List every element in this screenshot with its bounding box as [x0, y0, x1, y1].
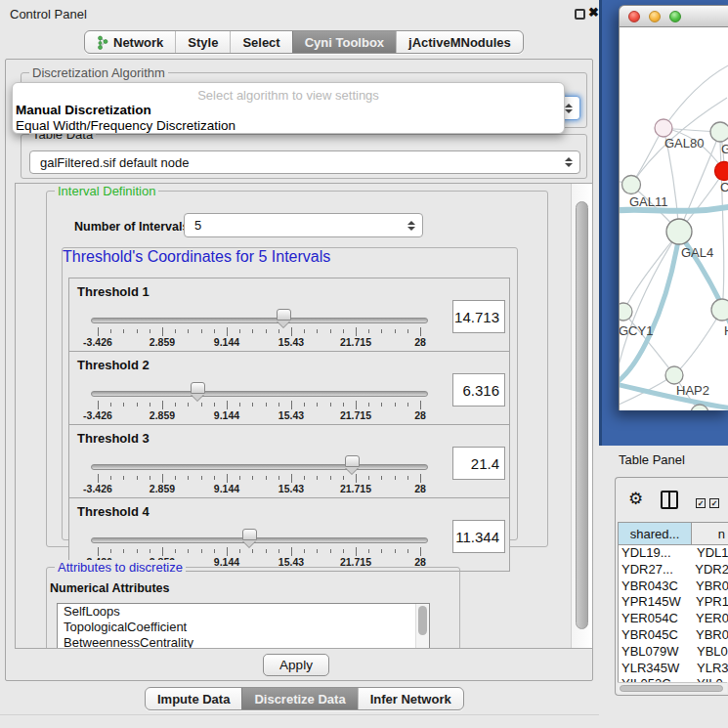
algorithm-placeholder: Select algorithm to view settings — [13, 88, 564, 103]
column-header-shared[interactable]: shared... — [618, 522, 692, 545]
cell-name: YBL0 — [693, 644, 728, 661]
checkbox-icon[interactable]: ✓ — [709, 498, 719, 508]
attribute-item[interactable]: TopologicalCoefficient — [58, 620, 429, 635]
network-node[interactable] — [619, 303, 632, 321]
network-canvas[interactable]: GAL80GACGAL11GAL4GCY1HHAP2 — [619, 27, 728, 410]
tab-impute-data[interactable]: Impute Data — [146, 688, 241, 709]
algorithm-option[interactable]: Manual Discretization — [13, 103, 564, 118]
interval-group-label: Interval Definition — [55, 184, 158, 198]
table-row[interactable]: YPR145WYPR1 — [619, 594, 728, 611]
network-node[interactable] — [711, 299, 728, 321]
attribute-item[interactable]: BetweennessCentrality — [58, 635, 429, 649]
network-node[interactable] — [715, 162, 728, 181]
cell-shared-name: YLR345W — [619, 661, 693, 677]
cell-name: YER0 — [692, 611, 728, 627]
slider-track[interactable] — [91, 318, 428, 323]
combo-arrows-icon — [565, 157, 573, 167]
network-edge — [664, 64, 728, 128]
cell-shared-name: YDR27... — [619, 562, 691, 578]
tab-network[interactable]: Network — [85, 31, 175, 53]
control-panel-titlebar: Control Panel ✖ — [0, 0, 599, 27]
gear-icon[interactable]: ⚙ — [628, 489, 643, 508]
threshold-row: Threshold 1-3.4262.8599.14415.4321.71528 — [68, 278, 510, 352]
tab-style[interactable]: Style — [175, 31, 230, 53]
numerical-attributes-list[interactable]: SelfLoopsTopologicalCoefficientBetweenne… — [57, 603, 430, 649]
table-panel-titlebar: Table Panel — [599, 446, 728, 475]
float-window-icon[interactable] — [575, 9, 585, 20]
vertical-scrollbar[interactable] — [571, 184, 592, 648]
discretization-group-label: Discretization Algorithm — [29, 65, 168, 80]
slider-track[interactable] — [91, 537, 428, 543]
threshold-value-input[interactable] — [452, 447, 505, 480]
number-of-intervals-value: 5 — [185, 218, 422, 233]
checkbox-icon[interactable]: ✓ — [696, 498, 706, 508]
table-row[interactable]: YDL19...YDL1 — [619, 545, 728, 562]
attributes-group-label: Attributes to discretize — [55, 560, 186, 575]
vertical-scrollbar-thumb[interactable] — [576, 201, 588, 629]
table-row[interactable]: YBR045CYBR0 — [619, 627, 728, 644]
threshold-value-input[interactable] — [452, 520, 505, 553]
list-scrollbar[interactable] — [415, 604, 429, 649]
slider-thumb[interactable] — [242, 529, 257, 540]
control-panel: Control Panel ✖ NetworkStyleSelectCyni T… — [0, 0, 599, 728]
tab-jactivemnodules[interactable]: jActiveMNodules — [396, 31, 523, 53]
threshold-value-input[interactable] — [452, 300, 505, 333]
network-node[interactable] — [666, 219, 692, 244]
zoom-traffic-light-icon[interactable] — [669, 11, 681, 22]
tab-label: Infer Network — [370, 692, 451, 707]
panel-title: Control Panel — [10, 7, 87, 21]
tab-select[interactable]: Select — [230, 31, 291, 53]
thresholds-group: Threshold's Coordinates for 5 Intervals … — [62, 247, 518, 540]
threshold-label: Threshold 4 — [77, 504, 150, 519]
panel-divider — [0, 714, 599, 715]
tab-label: Select — [242, 35, 279, 50]
network-node[interactable] — [655, 119, 672, 137]
number-of-intervals-combo[interactable]: 5 — [184, 213, 423, 237]
network-view-window[interactable]: GAL80GACGAL11GAL4GCY1HHAP2 — [619, 5, 728, 410]
number-of-intervals-label: Number of Intervals — [74, 220, 189, 234]
table-row[interactable]: YBR043CYBR0 — [619, 578, 728, 595]
slider-track[interactable] — [91, 464, 428, 470]
network-node[interactable] — [622, 176, 641, 194]
table-row[interactable]: YDR27...YDR2 — [619, 562, 728, 578]
cell-name: YPR1 — [692, 594, 728, 611]
slider-thumb[interactable] — [345, 455, 360, 467]
slider-thumb[interactable] — [191, 382, 205, 394]
network-window-titlebar[interactable] — [619, 5, 728, 27]
cell-shared-name: YBL079W — [619, 644, 693, 661]
network-node[interactable] — [665, 366, 683, 384]
cyni-mode-tab-bar: Impute DataDiscretize DataInfer Network — [145, 687, 464, 710]
close-traffic-light-icon[interactable] — [628, 11, 640, 22]
algorithm-option[interactable]: Equal Width/Frequency Discretization — [13, 118, 564, 134]
column-header-name[interactable]: n — [692, 522, 728, 545]
tab-cyni-toolbox[interactable]: Cyni Toolbox — [292, 31, 396, 53]
node-table: shared... n YDL19...YDL1YDR27...YDR2YBR0… — [618, 522, 728, 682]
table-row[interactable]: YER054CYER0 — [619, 611, 728, 627]
threshold-value-input[interactable] — [452, 373, 505, 407]
close-icon[interactable]: ✖ — [588, 5, 599, 20]
tab-infer-network[interactable]: Infer Network — [358, 688, 463, 709]
slider-tick-labels: -3.4262.8599.14415.4321.71528 — [98, 336, 420, 348]
table-row[interactable]: YLR345WYLR3 — [619, 661, 728, 677]
horizontal-scrollbar-thumb[interactable] — [620, 685, 723, 692]
cell-name: YBR0 — [692, 578, 728, 595]
combo-arrows-icon — [407, 221, 415, 231]
cell-shared-name: YDL19... — [619, 545, 693, 562]
tab-label: Discretize Data — [254, 692, 345, 707]
list-scrollbar-thumb[interactable] — [418, 606, 427, 635]
algorithm-dropdown-popup: Select algorithm to view settings Manual… — [12, 82, 565, 134]
attribute-item[interactable]: SelfLoops — [58, 604, 429, 620]
apply-button[interactable]: Apply — [263, 654, 329, 676]
table-data-group: Table Data galFiltered.sif default node — [21, 134, 587, 179]
numerical-attributes-label: Numerical Attributes — [50, 581, 169, 595]
slider-thumb[interactable] — [277, 309, 291, 321]
network-node[interactable] — [710, 122, 728, 142]
minimize-traffic-light-icon[interactable] — [649, 11, 661, 22]
columns-icon[interactable] — [661, 491, 678, 509]
table-row[interactable]: YBL079WYBL0 — [619, 644, 728, 661]
table-data-combo[interactable]: galFiltered.sif default node — [29, 150, 580, 174]
tab-discretize-data[interactable]: Discretize Data — [241, 688, 357, 709]
horizontal-scrollbar[interactable] — [618, 682, 727, 693]
settings-scroll-pane: Interval Definition Number of Intervals … — [15, 183, 593, 649]
slider-track[interactable] — [91, 391, 428, 397]
